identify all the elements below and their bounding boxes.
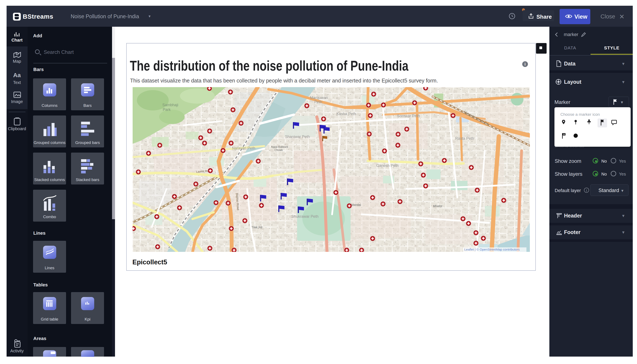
svg-text:Kasba Peth: Kasba Peth — [336, 112, 356, 116]
svg-text:Park: Park — [163, 108, 171, 112]
svg-text:Chowk: Chowk — [274, 148, 283, 152]
svg-text:Tilak Rd: Tilak Rd — [251, 226, 262, 229]
svg-text:Peth: Peth — [314, 100, 322, 104]
svg-text:Shukrawar Peth: Shukrawar Peth — [291, 214, 318, 218]
svg-text:Rasta Peth: Rasta Peth — [455, 136, 474, 140]
svg-text:Mhatre: Mhatre — [433, 204, 442, 208]
svg-text:Text: Text — [13, 80, 21, 85]
svg-text:Marquwan: Marquwan — [310, 96, 328, 100]
svg-text:Aa: Aa — [13, 72, 21, 78]
svg-text:Leaflet | © OpenStreetMap cont: Leaflet | © OpenStreetMap contributors — [464, 248, 520, 251]
svg-text:Mandai: Mandai — [351, 203, 361, 206]
svg-text:Clipboard: Clipboard — [8, 126, 26, 131]
svg-text:Shaniwar Peth: Shaniwar Peth — [285, 134, 310, 139]
svg-text:marker: marker — [564, 32, 578, 37]
svg-text:Map: Map — [13, 59, 21, 64]
svg-text:Somwar Peth: Somwar Peth — [397, 114, 420, 118]
svg-text:Chart: Chart — [12, 38, 23, 42]
svg-text:Sambhaji: Sambhaji — [162, 103, 178, 107]
svg-text:Image: Image — [11, 99, 23, 104]
svg-text:Narayan Peth: Narayan Peth — [232, 146, 255, 150]
svg-text:Activity: Activity — [10, 348, 24, 353]
svg-text:Appa Balwant: Appa Balwant — [271, 145, 288, 148]
svg-text:Ganesh Peth: Ganesh Peth — [376, 164, 399, 168]
